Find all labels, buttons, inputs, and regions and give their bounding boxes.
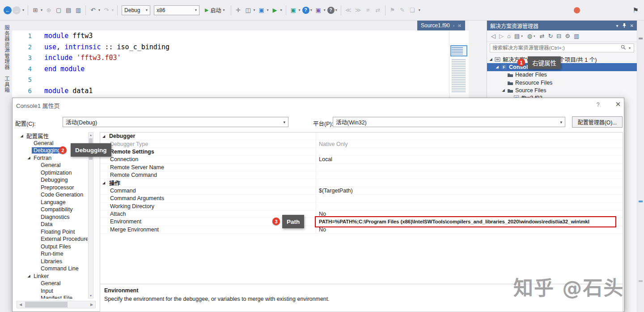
prop-tree-item[interactable]: Optimization (17, 169, 88, 177)
editor-splitter-icon[interactable]: + (449, 21, 469, 30)
code-editor[interactable]: 1module fftw32use, intrinsic :: iso_c_bi… (12, 30, 449, 98)
back-button[interactable]: ← (4, 6, 12, 14)
expander-icon[interactable]: ◢ (488, 57, 494, 61)
solution-explorer-header[interactable]: 解决方案资源管理器 ▾ ✕ (487, 21, 637, 30)
step-forward-icon[interactable]: ≫ (354, 6, 363, 15)
prop-tree-item[interactable]: Language (17, 199, 88, 206)
tree-vertical-scrollbar[interactable]: ▲ ▼ (88, 132, 93, 299)
prop-tree-item[interactable]: Diagnostics (17, 214, 88, 221)
run-analysis-icon[interactable]: ▶ (271, 6, 280, 15)
prop-tree-item[interactable]: Data (17, 221, 88, 228)
amplifier-icon[interactable]: ▣ (314, 6, 323, 15)
property-row[interactable]: ConnectionLocal (100, 156, 623, 163)
code-line[interactable]: 6module data1 (12, 85, 449, 97)
se-sync-button[interactable]: ⇄ (540, 33, 545, 39)
dialog-close-icon[interactable]: ✕ (613, 100, 623, 108)
expander-icon[interactable]: ◢ (102, 134, 108, 138)
toolbar-options-dropdown[interactable]: ▾ (418, 8, 421, 12)
se-back-button[interactable]: ◁ (491, 33, 496, 39)
property-value[interactable]: PATH=%PATH%;C:\Program Files (x86)\Intel… (316, 218, 623, 225)
help-icon[interactable]: ? (302, 7, 309, 14)
property-value[interactable]: Local (316, 156, 623, 163)
scroll-up-icon[interactable]: ▲ (89, 133, 93, 137)
scroll-right-icon[interactable]: ▶ (88, 303, 95, 307)
prop-tree-item[interactable]: External Procedures (17, 235, 88, 243)
property-value[interactable]: No (316, 226, 623, 233)
expander-icon[interactable]: ◢ (26, 274, 32, 278)
prop-tree-item[interactable]: Run-time (17, 250, 88, 258)
redo-button[interactable]: ↷ (102, 6, 111, 15)
se-forward-button[interactable]: ▷ (499, 33, 504, 39)
platform-dropdown[interactable]: 活动(Win32) ▾ (333, 117, 565, 127)
list-members-icon[interactable]: ≡ (364, 6, 373, 15)
navigation-history-dropdown[interactable]: ▾ (21, 8, 25, 12)
window-menu-icon[interactable]: ▾ (616, 23, 619, 28)
property-row[interactable]: Command$(TargetPath) (100, 187, 623, 195)
code-line[interactable]: 1module fftw3 (12, 30, 449, 42)
expander-icon[interactable]: ◢ (500, 88, 506, 92)
expander-icon[interactable]: ◢ (26, 156, 32, 160)
scrollbar-thumb[interactable] (25, 302, 68, 308)
pin-icon[interactable] (622, 23, 627, 28)
add-item-button[interactable]: ⊕ (44, 6, 53, 15)
compare-icon[interactable]: ⇄ (373, 6, 382, 15)
prop-tree-item[interactable]: ◢Linker (17, 273, 88, 280)
code-line[interactable]: 2use, intrinsic :: iso_c_binding (12, 42, 449, 53)
inspector-icon[interactable]: ▣ (289, 6, 298, 15)
prop-tree-item[interactable]: Output Files (17, 243, 88, 251)
prop-tree-item[interactable]: Floating Point (17, 228, 88, 236)
expander-icon[interactable]: ◢ (19, 134, 25, 138)
right-scrollbar-strip[interactable] (637, 21, 644, 312)
solution-tree-item[interactable]: Resource Files (487, 79, 637, 86)
comment-icon[interactable]: ❏ (408, 6, 417, 15)
snapshot-icon[interactable]: ◫ (244, 6, 253, 15)
close-icon[interactable]: ✕ (630, 23, 634, 28)
property-row[interactable]: EnvironmentPATH=%PATH%;C:\Program Files … (100, 218, 623, 226)
code-line[interactable]: 4end module (12, 64, 449, 75)
side-tab-toolbox[interactable]: 工具箱 (3, 76, 10, 93)
solution-tree-item[interactable]: ◢Source Files (487, 86, 637, 94)
editor-minimap[interactable] (449, 30, 469, 98)
se-preview-button[interactable]: ▥ (574, 33, 579, 39)
property-row[interactable]: Working Directory (100, 203, 623, 210)
se-refresh-button[interactable]: ↻ (548, 33, 553, 39)
solution-search-box[interactable]: ▾ (490, 43, 634, 52)
se-home-button[interactable]: ⌂ (507, 33, 511, 39)
side-tab-server-explorer[interactable]: 服务器资源管理器 (3, 25, 10, 70)
search-icon[interactable] (621, 45, 626, 51)
property-row[interactable]: Remote Server Name (100, 164, 623, 171)
expander-icon[interactable]: ◢ (102, 181, 108, 185)
solution-tree-item[interactable]: Header Files (487, 71, 637, 79)
prop-tree-item[interactable]: Compatibility (17, 206, 88, 214)
property-row[interactable]: Debugger TypeNative Only (100, 140, 623, 148)
prop-tree-item[interactable]: General (17, 280, 88, 287)
prop-tree-item[interactable]: Preprocessor (17, 184, 88, 192)
bookmark-icon[interactable]: ⚑ (388, 6, 397, 15)
se-switch-views-button[interactable]: ▤ (514, 33, 520, 39)
property-row[interactable]: Remote Command (100, 171, 623, 179)
feedback-flag-icon[interactable]: ⚑ (633, 6, 639, 14)
save-all-button[interactable]: ▥ (74, 6, 83, 15)
attach-to-process-icon[interactable]: ✛ (234, 6, 243, 15)
prop-tree-item[interactable]: ◢配置属性 (17, 132, 88, 140)
save-button[interactable]: ▤ (64, 6, 73, 15)
forward-button[interactable]: → (13, 6, 21, 14)
configuration-dropdown[interactable]: 活动(Debug) ▾ (63, 117, 288, 127)
code-line[interactable]: 3include 'fftw3.f03' (12, 52, 449, 64)
solution-configurations-dropdown[interactable]: Debug▾ (122, 5, 150, 15)
start-debugging-button[interactable]: ▶启动▾ (202, 5, 228, 16)
edit-icon[interactable]: ✎ (398, 6, 407, 15)
new-project-button[interactable]: ⊞ (31, 6, 40, 15)
prop-tree-item[interactable]: Input (17, 287, 88, 295)
search-options-dropdown[interactable]: ▾ (628, 46, 631, 50)
property-value[interactable] (316, 164, 623, 171)
property-value[interactable] (316, 171, 623, 179)
property-value[interactable]: No (316, 210, 623, 218)
solution-platforms-dropdown[interactable]: x86▾ (154, 5, 199, 15)
property-value[interactable]: Native Only (316, 140, 623, 147)
solution-tree-item[interactable]: ◢FConsole1 (487, 63, 637, 71)
configuration-manager-button[interactable]: 配置管理器(O)... (572, 116, 623, 128)
scroll-left-icon[interactable]: ◀ (17, 303, 24, 307)
undo-button[interactable]: ↶ (89, 6, 97, 15)
advisor-icon[interactable]: ? (327, 7, 335, 14)
